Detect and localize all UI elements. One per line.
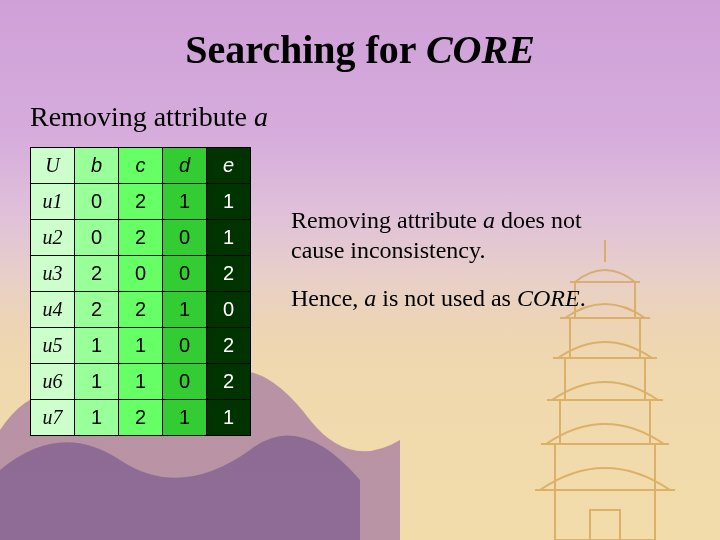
table-header-row: U b c d e <box>31 148 251 184</box>
cell: 2 <box>207 256 251 292</box>
title-core: CORE <box>426 27 535 72</box>
title-prefix: Searching for <box>185 27 426 72</box>
row-label: u3 <box>31 256 75 292</box>
table-row: u4 2 2 1 0 <box>31 292 251 328</box>
cell: 2 <box>207 328 251 364</box>
cell: 2 <box>119 400 163 436</box>
attribute-table: U b c d e u1 0 2 1 1 u2 0 2 0 1 u3 <box>30 147 251 436</box>
col-header-c: c <box>119 148 163 184</box>
note-2: Hence, a is not used as CORE. <box>291 283 591 313</box>
cell: 2 <box>207 364 251 400</box>
cell: 0 <box>119 256 163 292</box>
cell: 1 <box>163 292 207 328</box>
cell: 1 <box>75 400 119 436</box>
cell: 0 <box>75 184 119 220</box>
table-row: u1 0 2 1 1 <box>31 184 251 220</box>
row-label: u2 <box>31 220 75 256</box>
cell: 2 <box>119 184 163 220</box>
row-label: u5 <box>31 328 75 364</box>
cell: 1 <box>163 400 207 436</box>
cell: 0 <box>163 256 207 292</box>
row-label: u7 <box>31 400 75 436</box>
subtitle-prefix: Removing attribute <box>30 101 254 132</box>
cell: 1 <box>163 184 207 220</box>
cell: 2 <box>119 220 163 256</box>
cell: 1 <box>207 400 251 436</box>
svg-rect-12 <box>590 510 620 540</box>
col-header-d: d <box>163 148 207 184</box>
table-row: u3 2 0 0 2 <box>31 256 251 292</box>
subtitle: Removing attribute a <box>30 101 690 133</box>
table-row: u7 1 2 1 1 <box>31 400 251 436</box>
cell: 1 <box>75 364 119 400</box>
cell: 0 <box>163 328 207 364</box>
cell: 2 <box>119 292 163 328</box>
table-row: u5 1 1 0 2 <box>31 328 251 364</box>
notes: Removing attribute a does not cause inco… <box>291 205 591 331</box>
svg-rect-11 <box>555 490 655 540</box>
col-header-b: b <box>75 148 119 184</box>
cell: 2 <box>75 256 119 292</box>
cell: 1 <box>207 220 251 256</box>
cell: 1 <box>207 184 251 220</box>
row-label: u6 <box>31 364 75 400</box>
row-label: u4 <box>31 292 75 328</box>
cell: 0 <box>163 364 207 400</box>
col-header-U: U <box>31 148 75 184</box>
note-1: Removing attribute a does not cause inco… <box>291 205 591 265</box>
page-title: Searching for CORE <box>30 26 690 73</box>
cell: 1 <box>75 328 119 364</box>
cell: 0 <box>75 220 119 256</box>
cell: 1 <box>119 328 163 364</box>
subtitle-attr: a <box>254 101 268 132</box>
cell: 2 <box>75 292 119 328</box>
cell: 0 <box>207 292 251 328</box>
col-header-e: e <box>207 148 251 184</box>
table-row: u2 0 2 0 1 <box>31 220 251 256</box>
cell: 1 <box>119 364 163 400</box>
cell: 0 <box>163 220 207 256</box>
row-label: u1 <box>31 184 75 220</box>
table-row: u6 1 1 0 2 <box>31 364 251 400</box>
